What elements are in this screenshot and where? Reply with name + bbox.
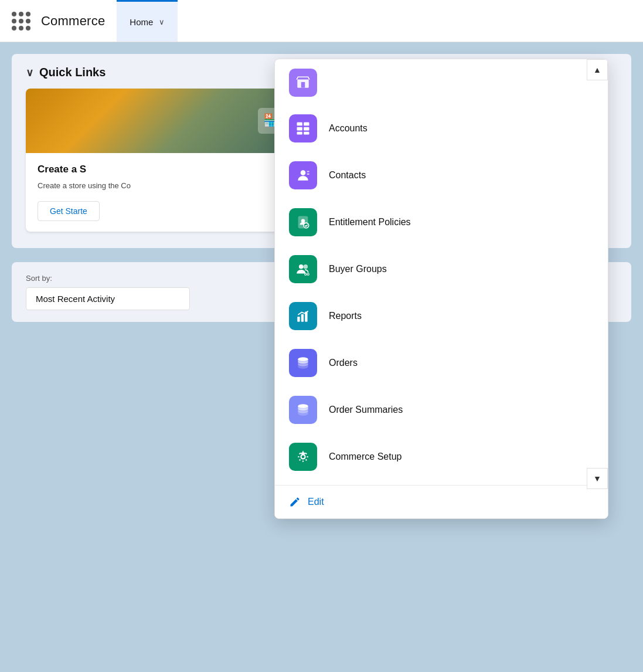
accounts-icon bbox=[289, 114, 317, 142]
svg-rect-2 bbox=[297, 123, 302, 126]
grid-dot bbox=[12, 19, 16, 23]
grid-dot bbox=[26, 19, 30, 23]
order-summaries-icon bbox=[289, 396, 317, 424]
commerce-setup-icon bbox=[289, 443, 317, 471]
dropdown-item-orders[interactable]: Orders bbox=[275, 340, 608, 386]
edit-icon bbox=[289, 496, 301, 508]
entitlement-policies-icon bbox=[289, 208, 317, 236]
header: Commerce Home ∨ bbox=[0, 0, 643, 42]
orders-label: Orders bbox=[329, 358, 358, 368]
dropdown-item-accounts[interactable]: Accounts bbox=[275, 105, 608, 152]
store-description: Create a store using the Co bbox=[38, 180, 284, 192]
edit-label[interactable]: Edit bbox=[308, 497, 324, 507]
header-nav: Home ∨ bbox=[117, 0, 178, 42]
svg-rect-5 bbox=[304, 123, 309, 126]
app-launcher-icon[interactable] bbox=[9, 9, 33, 33]
svg-rect-1 bbox=[301, 82, 305, 88]
buyer-groups-icon bbox=[289, 255, 317, 283]
grid-dot bbox=[19, 26, 23, 30]
contacts-label: Contacts bbox=[329, 170, 366, 181]
grid-dot bbox=[26, 26, 30, 30]
scroll-up-icon: ▲ bbox=[593, 65, 601, 74]
entitlement-policies-label: Entitlement Policies bbox=[329, 217, 411, 228]
svg-point-15 bbox=[304, 264, 308, 269]
dropdown-menu: ▲ Accounts bbox=[274, 59, 608, 519]
svg-rect-18 bbox=[297, 317, 300, 322]
store-card: 🏪 Create a S Create a store using the Co… bbox=[26, 89, 295, 232]
nav-item-home[interactable]: Home ∨ bbox=[117, 0, 178, 42]
svg-point-17 bbox=[307, 273, 309, 275]
svg-point-24 bbox=[301, 455, 305, 459]
grid-dot bbox=[12, 12, 16, 16]
grid-dot bbox=[26, 12, 30, 16]
store-image: 🏪 bbox=[26, 89, 295, 153]
dropdown-item-commerce-setup[interactable]: Commerce Setup bbox=[275, 433, 608, 480]
svg-rect-6 bbox=[304, 127, 309, 131]
nav-home-label: Home bbox=[130, 17, 153, 27]
svg-point-16 bbox=[305, 273, 307, 275]
svg-rect-10 bbox=[307, 174, 309, 175]
app-launcher: Commerce bbox=[9, 9, 105, 33]
svg-rect-7 bbox=[304, 132, 309, 135]
grid-dot bbox=[19, 12, 23, 16]
sort-select[interactable]: Most Recent Activity bbox=[26, 287, 190, 310]
contacts-icon bbox=[289, 161, 317, 189]
scroll-down-icon: ▼ bbox=[593, 474, 601, 483]
grid-dot bbox=[12, 26, 16, 30]
orders-icon bbox=[289, 349, 317, 377]
dropdown-footer: Edit bbox=[275, 485, 608, 518]
commerce-setup-label: Commerce Setup bbox=[329, 452, 402, 462]
dropdown-item-buyer-groups[interactable]: Buyer Groups bbox=[275, 246, 608, 293]
quick-links-chevron-icon[interactable]: ∨ bbox=[26, 66, 33, 79]
dropdown-partial-top[interactable] bbox=[275, 64, 608, 105]
svg-rect-9 bbox=[307, 171, 309, 172]
dropdown-item-contacts[interactable]: Contacts bbox=[275, 152, 608, 199]
svg-point-8 bbox=[301, 170, 306, 175]
dropdown-item-reports[interactable]: Reports bbox=[275, 293, 608, 340]
grid-dot bbox=[19, 19, 23, 23]
app-name: Commerce bbox=[41, 13, 105, 29]
buyer-groups-label: Buyer Groups bbox=[329, 264, 387, 274]
reports-label: Reports bbox=[329, 311, 362, 321]
svg-rect-19 bbox=[301, 314, 304, 322]
scroll-up-button[interactable]: ▲ bbox=[587, 59, 608, 80]
dropdown-scroll-area[interactable]: Accounts Contacts bbox=[275, 59, 608, 485]
quick-links-title: Quick Links bbox=[39, 66, 106, 79]
svg-rect-4 bbox=[297, 132, 302, 135]
dropdown-item-order-summaries[interactable]: Order Summaries bbox=[275, 386, 608, 433]
sort-value: Most Recent Activity bbox=[36, 294, 115, 304]
get-started-button[interactable]: Get Starte bbox=[38, 201, 100, 221]
order-summaries-label: Order Summaries bbox=[329, 405, 403, 415]
svg-point-14 bbox=[299, 264, 304, 269]
store-body: Create a S Create a store using the Co G… bbox=[26, 153, 295, 232]
store-title: Create a S bbox=[38, 164, 284, 175]
dropdown-item-entitlement-policies[interactable]: Entitlement Policies bbox=[275, 199, 608, 246]
scroll-down-button[interactable]: ▼ bbox=[587, 468, 608, 489]
reports-icon bbox=[289, 302, 317, 330]
partial-icon bbox=[289, 69, 317, 97]
svg-rect-3 bbox=[297, 127, 302, 131]
nav-chevron-icon: ∨ bbox=[159, 18, 165, 26]
accounts-label: Accounts bbox=[329, 123, 368, 134]
